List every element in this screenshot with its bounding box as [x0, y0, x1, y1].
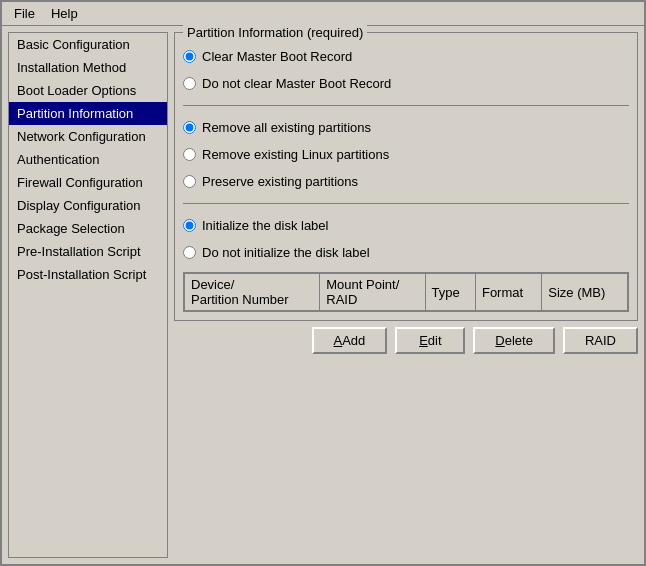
main-content: Basic Configuration Installation Method … — [2, 26, 644, 564]
mbr-option2-label: Do not clear Master Boot Record — [202, 76, 391, 91]
sidebar-item-network-configuration[interactable]: Network Configuration — [9, 125, 167, 148]
edit-button[interactable]: Edit — [395, 327, 465, 354]
partition-option3-row: Preserve existing partitions — [183, 174, 629, 189]
mbr-option1-row: Clear Master Boot Record — [183, 49, 629, 64]
mbr-option2-row: Do not clear Master Boot Record — [183, 76, 629, 91]
col-size: Size (MB) — [542, 274, 628, 311]
sidebar-item-post-installation-script[interactable]: Post-Installation Script — [9, 263, 167, 286]
sidebar-item-boot-loader-options[interactable]: Boot Loader Options — [9, 79, 167, 102]
mbr-option2-radio[interactable] — [183, 77, 196, 90]
sidebar-item-installation-method[interactable]: Installation Method — [9, 56, 167, 79]
help-menu[interactable]: Help — [43, 4, 86, 23]
partition-option1-radio[interactable] — [183, 121, 196, 134]
disk-label-option1-row: Initialize the disk label — [183, 218, 629, 233]
add-button[interactable]: AAdd — [312, 327, 388, 354]
disk-label-option2-row: Do not initialize the disk label — [183, 245, 629, 260]
disk-label-option1-label: Initialize the disk label — [202, 218, 328, 233]
partition-option1-label: Remove all existing partitions — [202, 120, 371, 135]
menubar: File Help — [2, 2, 644, 26]
divider1 — [183, 105, 629, 106]
partition-info-group: Partition Information (required) Clear M… — [174, 32, 638, 321]
divider2 — [183, 203, 629, 204]
sidebar-item-partition-information[interactable]: Partition Information — [9, 102, 167, 125]
right-panel: Partition Information (required) Clear M… — [174, 32, 638, 558]
sidebar-item-firewall-configuration[interactable]: Firewall Configuration — [9, 171, 167, 194]
partition-option1-row: Remove all existing partitions — [183, 120, 629, 135]
partition-option3-radio[interactable] — [183, 175, 196, 188]
main-window: File Help Basic Configuration Installati… — [0, 0, 646, 566]
partition-option3-label: Preserve existing partitions — [202, 174, 358, 189]
sidebar-item-basic-configuration[interactable]: Basic Configuration — [9, 33, 167, 56]
disk-label-option2-label: Do not initialize the disk label — [202, 245, 370, 260]
raid-button[interactable]: RAID — [563, 327, 638, 354]
sidebar: Basic Configuration Installation Method … — [8, 32, 168, 558]
col-format: Format — [475, 274, 541, 311]
sidebar-item-pre-installation-script[interactable]: Pre-Installation Script — [9, 240, 167, 263]
partition-option2-radio[interactable] — [183, 148, 196, 161]
col-device: Device/Partition Number — [185, 274, 320, 311]
mbr-option1-radio[interactable] — [183, 50, 196, 63]
group-title: Partition Information (required) — [183, 25, 367, 40]
delete-button[interactable]: Delete — [473, 327, 555, 354]
sidebar-item-display-configuration[interactable]: Display Configuration — [9, 194, 167, 217]
sidebar-item-package-selection[interactable]: Package Selection — [9, 217, 167, 240]
partition-option2-row: Remove existing Linux partitions — [183, 147, 629, 162]
disk-label-option1-radio[interactable] — [183, 219, 196, 232]
col-type: Type — [425, 274, 475, 311]
disk-label-option2-radio[interactable] — [183, 246, 196, 259]
file-menu[interactable]: File — [6, 4, 43, 23]
partition-table: Device/Partition Number Mount Point/RAID… — [183, 272, 629, 312]
button-row: AAdd Edit Delete RAID — [174, 327, 638, 354]
sidebar-item-authentication[interactable]: Authentication — [9, 148, 167, 171]
mbr-option1-label: Clear Master Boot Record — [202, 49, 352, 64]
partition-option2-label: Remove existing Linux partitions — [202, 147, 389, 162]
col-mount: Mount Point/RAID — [320, 274, 425, 311]
